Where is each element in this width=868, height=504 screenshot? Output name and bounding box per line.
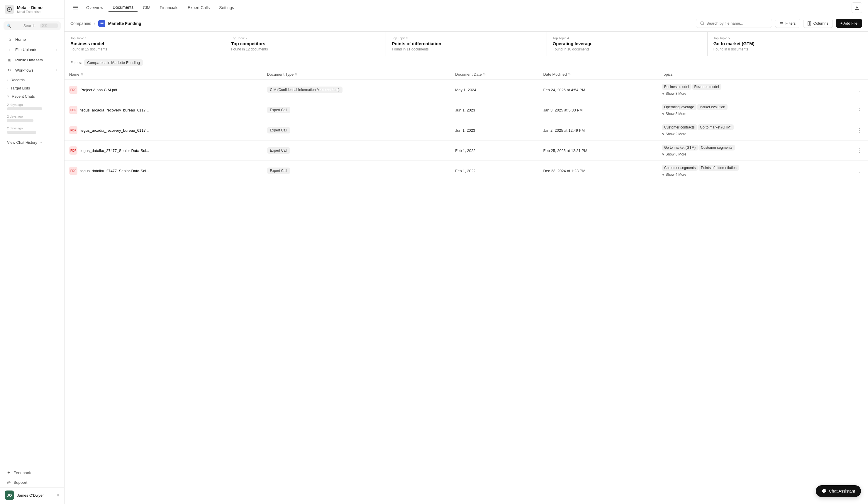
tab-overview[interactable]: Overview [82,3,107,12]
sidebar-bottom: ✦ Feedback ◎ Support JO James O'Dwyer ⇅ [0,465,64,504]
tab-documents[interactable]: Documents [108,3,137,12]
topic-title: Points of differentiation [392,41,540,46]
file-name-cell[interactable]: PDF Project Alpha CIM.pdf [64,80,262,100]
file-name-cell[interactable]: PDF tegus_dataiku_27477_Senior-Data-Sci.… [64,161,262,181]
topic-tag: Revenue model [692,84,721,90]
topic-card-4[interactable]: Top Topic 5 Go to market (GTM) Found in … [707,32,868,56]
col-name[interactable]: Name ⇅ [64,69,262,80]
pdf-icon: PDF [69,146,78,155]
topic-num: Top Topic 4 [553,37,701,40]
sidebar-toggle-icon[interactable] [70,2,81,13]
support-icon: ◎ [7,480,11,485]
col-doc-type[interactable]: Document Type ⇅ [262,69,451,80]
chat-assistant-button[interactable]: 💬 Chat Assistant [816,485,861,497]
filter-chip[interactable]: Companies is Marlette Funding [84,59,143,66]
search-input[interactable] [706,21,768,25]
topic-card-0[interactable]: Top Topic 1 Business model Found in 15 d… [64,32,225,56]
doc-type-badge: Expert Call [267,167,290,174]
sort-icon: ⇅ [295,72,297,76]
app-logo[interactable]: Metal - Demo Metal Enterprise [0,0,64,19]
database-icon: ⊞ [7,57,12,62]
col-date-modified[interactable]: Date Modified ⇅ [538,69,657,80]
topics-cell: Operating leverageMarket evolution∨ Show… [657,100,850,120]
show-more-link[interactable]: ∨ Show 3 More [662,112,846,116]
tab-cim[interactable]: CIM [139,3,155,12]
download-button[interactable] [851,2,862,13]
file-name: Project Alpha CIM.pdf [80,88,117,92]
app-name: Metal - Demo [17,5,42,10]
documents-table-wrap: Name ⇅ Document Type ⇅ Document Date [64,69,868,504]
show-more-link[interactable]: ∨ Show 2 More [662,132,846,136]
search-label: Search [23,23,38,28]
chat-icon: 💬 [822,489,827,493]
sidebar-item-support[interactable]: ◎ Support [2,477,62,487]
row-menu-button[interactable]: ⋮ [855,106,863,114]
doc-type-cell: Expert Call [262,100,451,120]
file-name-cell[interactable]: PDF tegus_arcadia_recovery_bureau_6117..… [64,120,262,141]
recent-chats-list: 2 days ago 2 days ago 2 days ago [0,100,64,137]
recent-chat-item[interactable]: 2 days ago [0,113,64,125]
date-modified-cell: Dec 23, 2024 at 1:23 PM [538,161,657,181]
table-row: PDF tegus_arcadia_recovery_bureau_6117..… [64,100,868,120]
topic-tag: Business model [662,84,691,90]
filters-button[interactable]: Filters [775,19,800,28]
row-menu-button[interactable]: ⋮ [855,86,863,94]
topic-card-2[interactable]: Top Topic 3 Points of differentiation Fo… [386,32,547,56]
view-history-label: View Chat History [7,140,37,145]
topic-found: Found in 8 documents [713,47,862,51]
tab-settings[interactable]: Settings [215,3,238,12]
chevron-down-icon: ∨ [7,94,9,98]
sidebar-section-recent-chats[interactable]: ∨ Recent Chats [2,92,62,100]
tab-financials[interactable]: Financials [156,3,183,12]
arrow-right-icon: → [39,140,43,145]
sidebar-item-home[interactable]: ⌂ Home [2,34,62,44]
recent-chat-item[interactable]: 2 days ago [0,101,64,113]
sort-icon: ⇅ [483,72,486,76]
columns-button[interactable]: Columns [803,19,833,28]
user-profile[interactable]: JO James O'Dwyer ⇅ [0,487,64,503]
pdf-icon: PDF [69,86,78,94]
sidebar-item-file-uploads[interactable]: ↑ File Uploads › [2,44,62,54]
company-icon-text: MF [100,22,104,25]
col-doc-date[interactable]: Document Date ⇅ [451,69,538,80]
file-name-cell[interactable]: PDF tegus_dataiku_27477_Senior-Data-Sci.… [64,141,262,161]
show-more-link[interactable]: ∨ Show 4 More [662,173,846,177]
topic-card-1[interactable]: Top Topic 2 Top competitors Found in 12 … [225,32,386,56]
sidebar-item-public-datasets[interactable]: ⊞ Public Datasets [2,55,62,65]
file-name-cell[interactable]: PDF tegus_arcadia_recovery_bureau_6117..… [64,100,262,120]
row-menu-button[interactable]: ⋮ [855,126,863,134]
topic-num: Top Topic 5 [713,37,862,40]
sort-icon: ⇅ [568,72,571,76]
chat-preview [7,119,33,122]
file-search-box[interactable] [696,19,772,28]
topic-found: Found in 12 documents [231,47,380,51]
show-more-link[interactable]: ∨ Show 8 More [662,92,846,96]
chevron-down-icon: ∨ [662,152,664,156]
topic-card-3[interactable]: Top Topic 4 Operating leverage Found in … [547,32,707,56]
view-chat-history-link[interactable]: View Chat History → [2,138,62,147]
sidebar-item-workflows[interactable]: ⟳ Workflows › [2,65,62,75]
doc-type-badge: CIM (Confidential Information Memorandum… [267,86,342,93]
breadcrumb-companies[interactable]: Companies [70,21,91,26]
recent-chat-item[interactable]: 2 days ago [0,125,64,136]
row-menu-cell: ⋮ [850,80,868,100]
topic-title: Business model [70,41,219,46]
row-menu-button[interactable]: ⋮ [855,146,863,155]
chevron-up-down-icon: ⇅ [56,493,60,497]
chevron-right-icon: › [7,86,8,90]
support-label: Support [13,480,27,485]
tab-expert-calls[interactable]: Expert Calls [184,3,214,12]
chat-assistant-label: Chat Assistant [829,489,855,493]
sidebar-section-records[interactable]: › Records [2,75,62,83]
file-name: tegus_arcadia_recovery_bureau_6117... [80,128,149,133]
show-more-link[interactable]: ∨ Show 8 More [662,152,846,156]
col-topics: Topics [657,69,850,80]
row-menu-button[interactable]: ⋮ [855,167,863,175]
search-bar[interactable]: 🔍 Search ⌘K [3,21,61,30]
topic-title: Operating leverage [553,41,701,46]
sidebar-section-target-lists[interactable]: › Target Lists [2,84,62,92]
sidebar-item-feedback[interactable]: ✦ Feedback [2,468,62,477]
add-file-button[interactable]: + Add File [836,19,862,28]
table-row: PDF tegus_dataiku_27477_Senior-Data-Sci.… [64,161,868,181]
doc-type-cell: Expert Call [262,141,451,161]
